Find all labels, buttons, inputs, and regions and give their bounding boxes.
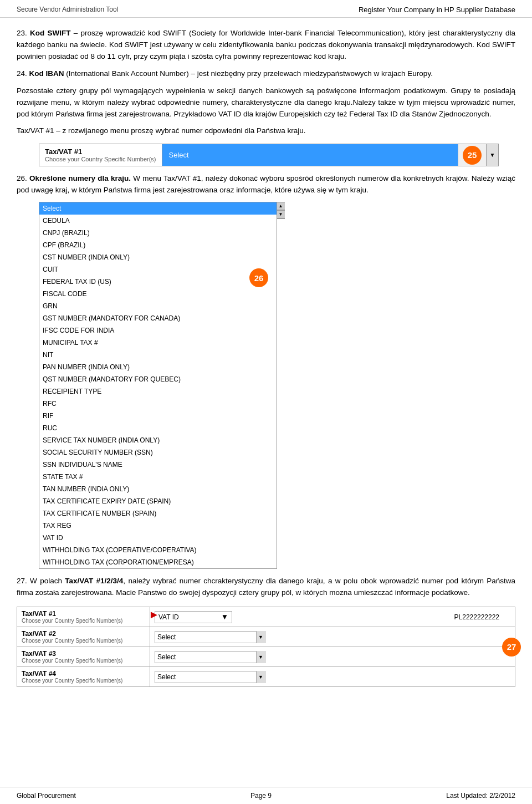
dropdown-scrollbar[interactable]: ▲ ▼ xyxy=(277,202,285,219)
header-left-title: Secure Vendor Administration Tool xyxy=(17,6,118,13)
footer-center: Page 9 xyxy=(250,792,272,800)
dropdown-item[interactable]: CPF (BRAZIL) xyxy=(39,239,277,251)
section-23: 23. Kod SWIFT – proszę wprowadzić kod SW… xyxy=(17,28,515,63)
taxvat-label-area: Tax/VAT #1 Choose your Country Specific … xyxy=(39,144,162,166)
footer-right: Last Updated: 2/2/2012 xyxy=(446,792,515,800)
taxvat-badge-area: 25 xyxy=(458,144,486,166)
dropdown-item[interactable]: SOCIAL SECURITY NUMBER (SSN) xyxy=(39,446,277,459)
dropdown-item[interactable]: CEDULA xyxy=(39,215,277,227)
pozsostale-text: Pozsostałe cztery grupy pól wymagających… xyxy=(17,86,515,118)
bottom-form: Tax/VAT #1Choose your Country Specific N… xyxy=(17,607,515,687)
taxvat-select-text: Select xyxy=(169,151,189,159)
header-right-title: Register Your Company in HP Supplier Dat… xyxy=(359,6,515,14)
bottom-form-arrow[interactable]: ▼ xyxy=(221,613,228,621)
bottom-form-select-text: Select xyxy=(155,653,256,661)
bottom-form-select-cell[interactable]: Select ▼ xyxy=(150,647,515,666)
section-25-text: Tax/VAT #1 – z rozwijanego menu proszę w… xyxy=(17,126,306,135)
section-27-pre: W polach xyxy=(30,577,65,585)
section-26-number: 26. xyxy=(17,174,27,182)
badge-26-wrapper: 26 xyxy=(249,268,268,287)
footer-left: Global Procurement xyxy=(17,792,76,800)
pozsostale-paragraph: Pozsostałe cztery grupy pól wymagających… xyxy=(17,85,515,120)
dropdown-item[interactable]: WITHHOLDING TAX (CORPORATION/EMPRESA) xyxy=(39,556,277,568)
section-23-text2: Kod SWIFT jest używany w celu zidentyfik… xyxy=(109,40,474,49)
bottom-form-wrapper: Tax/VAT #1Choose your Country Specific N… xyxy=(17,607,515,687)
dropdown-item[interactable]: NIT xyxy=(39,349,277,361)
dropdown-item[interactable]: QST NUMBER (MANDATORY FOR QUEBEC) xyxy=(39,373,277,385)
dropdown-list[interactable]: SelectCEDULACNPJ (BRAZIL)CPF (BRAZIL)CST… xyxy=(39,202,277,569)
taxvat-label-title: Tax/VAT #1 xyxy=(45,147,156,156)
bottom-form-row: Tax/VAT #2Choose your Country Specific N… xyxy=(17,627,515,647)
dropdown-item[interactable]: SSN INDIVIDUAL'S NAME xyxy=(39,459,277,471)
section-24: 24. Kod IBAN (International Bank Account… xyxy=(17,68,515,80)
dropdown-container-26: SelectCEDULACNPJ (BRAZIL)CPF (BRAZIL)CST… xyxy=(39,202,499,569)
dropdown-item[interactable]: TAX REG xyxy=(39,520,277,532)
badge-27: 27 xyxy=(502,638,521,657)
dropdown-item[interactable]: FEDERAL TAX ID (US) xyxy=(39,276,277,288)
bottom-form-select-cell[interactable]: Select ▼ xyxy=(150,667,515,686)
section-24-text1: (International Bank Account Number) – je… xyxy=(66,69,433,78)
section-24-bold: Kod IBAN xyxy=(29,69,64,78)
bottom-form-row: Tax/VAT #4Choose your Country Specific N… xyxy=(17,667,515,686)
taxvat-dropdown-button[interactable]: ▼ xyxy=(486,144,498,166)
bottom-form-field-label: VAT ID xyxy=(158,613,179,621)
dropdown-item[interactable]: SERVICE TAX NUMBER (INDIA ONLY) xyxy=(39,434,277,446)
dropdown-item[interactable]: IFSC CODE FOR INDIA xyxy=(39,324,277,337)
dropdown-item[interactable]: GRN xyxy=(39,300,277,312)
dropdown-item[interactable]: TAN NUMBER (INDIA ONLY) xyxy=(39,483,277,495)
taxvat-widget-25[interactable]: Tax/VAT #1 Choose your Country Specific … xyxy=(39,144,499,166)
badge-25: 25 xyxy=(463,146,482,165)
bottom-form-select-box[interactable]: Select ▼ xyxy=(155,651,265,663)
section-23-bold: Kod SWIFT xyxy=(30,29,70,37)
section-24-number: 24. xyxy=(17,69,27,78)
dropdown-item[interactable]: GST NUMBER (MANDATORY FOR CANADA) xyxy=(39,312,277,324)
dropdown-item[interactable]: Select xyxy=(39,202,277,215)
bottom-form-dropdown-arrow[interactable]: ▼ xyxy=(256,631,265,643)
page-header: Secure Vendor Administration Tool Regist… xyxy=(0,0,532,18)
bottom-form-select-cell[interactable]: Select ▼ xyxy=(150,627,515,647)
dropdown-item[interactable]: PAN NUMBER (INDIA ONLY) xyxy=(39,361,277,373)
bottom-form-value: PL2222222222 xyxy=(238,613,510,621)
bottom-form-label-cell: Tax/VAT #2Choose your Country Specific N… xyxy=(17,627,150,647)
section-25: Tax/VAT #1 – z rozwijanego menu proszę w… xyxy=(17,125,515,137)
dropdown-item[interactable]: RFC xyxy=(39,398,277,410)
section-26: 26. Określone numery dla kraju. W menu T… xyxy=(17,173,515,196)
bottom-form-select-box[interactable]: Select ▼ xyxy=(155,631,265,643)
bottom-form-select-box[interactable]: Select ▼ xyxy=(155,671,265,683)
section-27-bold: Tax/VAT #1/2/3/4 xyxy=(65,577,123,585)
bottom-form-row: Tax/VAT #1Choose your Country Specific N… xyxy=(17,607,515,627)
section-27-number: 27. xyxy=(17,577,27,585)
dropdown-item[interactable]: TAX CERTIFICATE NUMBER (SPAIN) xyxy=(39,507,277,520)
dropdown-item[interactable]: TAX CERTIFICATE EXPIRY DATE (SPAIN) xyxy=(39,495,277,507)
bottom-form-select-box[interactable]: VAT ID ▼ xyxy=(155,611,232,623)
dropdown-item[interactable]: RIF xyxy=(39,410,277,422)
dropdown-item[interactable]: FISCAL CODE xyxy=(39,288,277,300)
dropdown-item[interactable]: MUNICIPAL TAX # xyxy=(39,337,277,349)
scroll-up-button[interactable]: ▲ xyxy=(277,202,285,210)
section-26-text1: Określone numery dla kraju. xyxy=(29,174,131,182)
dropdown-item[interactable]: RUC xyxy=(39,422,277,434)
dropdown-item[interactable]: WITHHOLDING TAX (COPERATIVE/COPERATIVA) xyxy=(39,544,277,556)
dropdown-item[interactable]: CNPJ (BRAZIL) xyxy=(39,227,277,239)
dropdown-item[interactable]: VAT ID xyxy=(39,532,277,544)
dropdown-item[interactable]: CST NUMBER (INDIA ONLY) xyxy=(39,251,277,263)
main-content: 23. Kod SWIFT – proszę wprowadzić kod SW… xyxy=(0,18,532,728)
scroll-down-button[interactable]: ▼ xyxy=(277,211,285,218)
taxvat-select-area[interactable]: Select xyxy=(162,144,458,166)
bottom-form-label-cell: Tax/VAT #3Choose your Country Specific N… xyxy=(17,647,150,666)
bottom-form-row: Tax/VAT #3Choose your Country Specific N… xyxy=(17,647,515,667)
page-footer: Global Procurement Page 9 Last Updated: … xyxy=(0,787,532,804)
badge-27-area: 27 xyxy=(502,638,521,657)
dropdown-item[interactable]: RECEIPIENT TYPE xyxy=(39,385,277,398)
taxvat-label-sub: Choose your Country Specific Number(s) xyxy=(45,156,156,162)
bottom-form-dropdown-arrow[interactable]: ▼ xyxy=(256,651,265,663)
bottom-form-select-cell: VAT ID ▼ PL2222222222 xyxy=(150,607,515,627)
bottom-form-dropdown-arrow[interactable]: ▼ xyxy=(256,671,265,683)
bottom-form-label-cell: Tax/VAT #4Choose your Country Specific N… xyxy=(17,667,150,686)
bottom-form-select-text: Select xyxy=(155,673,256,681)
badge-26: 26 xyxy=(249,268,268,287)
bottom-form-label-cell: Tax/VAT #1Choose your Country Specific N… xyxy=(17,607,150,627)
dropdown-item[interactable]: STATE TAX # xyxy=(39,471,277,483)
dropdown-item[interactable]: CUIT xyxy=(39,263,277,276)
section-27: 27. W polach Tax/VAT #1/2/3/4, należy wy… xyxy=(17,576,515,599)
